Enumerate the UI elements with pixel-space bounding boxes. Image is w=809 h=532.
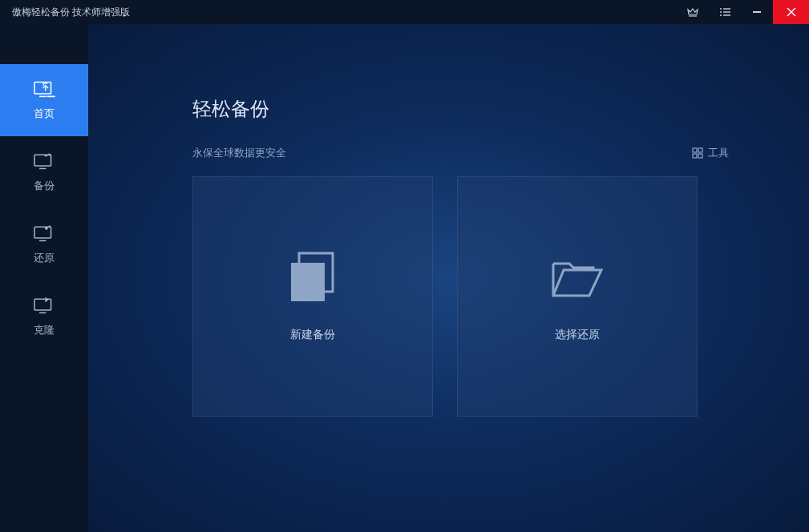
svg-rect-20: [698, 148, 702, 152]
close-icon: [787, 7, 796, 17]
crown-icon: [687, 7, 698, 17]
menu-button[interactable]: [709, 0, 741, 24]
svg-point-1: [720, 8, 722, 10]
svg-rect-21: [693, 154, 697, 158]
svg-rect-17: [34, 299, 51, 310]
sidebar-item-label: 首页: [34, 107, 55, 121]
sidebar-item-label: 克隆: [34, 323, 55, 337]
home-icon: [33, 79, 55, 99]
folder-open-icon: [549, 252, 605, 304]
tools-link[interactable]: 工具: [692, 146, 729, 160]
sidebar: 首页 备份 还原 克隆: [0, 24, 88, 532]
minimize-icon: [752, 7, 762, 17]
svg-rect-7: [753, 11, 761, 13]
grid-icon: [692, 147, 703, 159]
sidebar-item-home[interactable]: 首页: [0, 64, 88, 136]
close-button[interactable]: [773, 0, 809, 24]
svg-point-5: [720, 14, 722, 16]
sidebar-item-label: 还原: [34, 251, 55, 265]
menu-icon: [719, 7, 730, 17]
restore-icon: [33, 224, 55, 243]
svg-rect-6: [723, 14, 730, 15]
backup-icon: [33, 151, 55, 171]
card-new-backup[interactable]: 新建备份: [192, 176, 433, 417]
files-icon: [285, 252, 341, 304]
sidebar-item-restore[interactable]: 还原: [0, 208, 88, 280]
sidebar-item-clone[interactable]: 克隆: [0, 280, 88, 353]
card-label: 选择还原: [555, 328, 600, 342]
svg-rect-4: [723, 11, 730, 12]
svg-rect-13: [34, 155, 51, 166]
sidebar-item-backup[interactable]: 备份: [0, 136, 88, 208]
svg-rect-2: [723, 8, 730, 9]
minimize-button[interactable]: [741, 0, 773, 24]
svg-rect-15: [34, 227, 51, 238]
premium-button[interactable]: [677, 0, 709, 24]
svg-rect-22: [698, 154, 702, 158]
svg-rect-24: [291, 263, 325, 301]
card-select-restore[interactable]: 选择还原: [457, 176, 698, 417]
svg-point-3: [720, 11, 722, 13]
sidebar-item-label: 备份: [34, 179, 55, 193]
svg-rect-19: [693, 148, 697, 152]
page-title: 轻松备份: [192, 96, 729, 122]
content-area: 轻松备份 永保全球数据更安全 工具 新建备份: [88, 24, 809, 532]
window-controls: [677, 0, 809, 24]
titlebar: 傲梅轻松备份 技术师增强版: [0, 0, 809, 24]
app-title: 傲梅轻松备份 技术师增强版: [12, 6, 677, 19]
card-label: 新建备份: [290, 328, 335, 342]
tools-label: 工具: [708, 146, 729, 160]
page-subtitle: 永保全球数据更安全: [192, 146, 286, 160]
clone-icon: [33, 296, 55, 315]
